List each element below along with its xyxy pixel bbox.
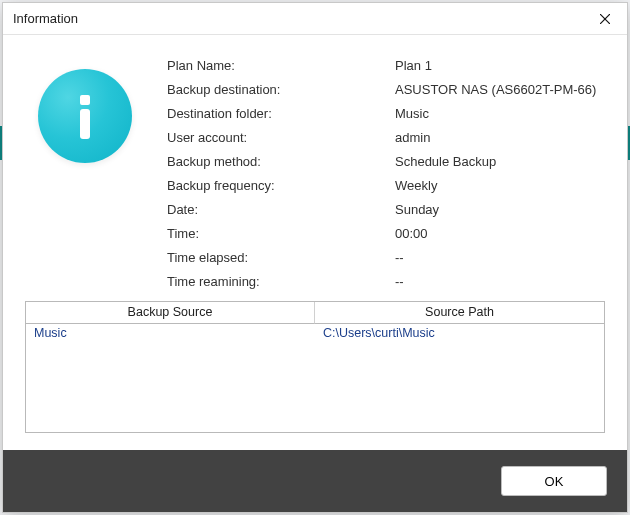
label-time: Time: (167, 225, 387, 243)
dialog-footer: OK (3, 450, 627, 512)
label-user-account: User account: (167, 129, 387, 147)
close-button[interactable] (582, 3, 627, 34)
fields-grid: Plan Name: Plan 1 Backup destination: AS… (167, 53, 605, 291)
label-backup-frequency: Backup frequency: (167, 177, 387, 195)
label-destination-folder: Destination folder: (167, 105, 387, 123)
table-header: Backup Source Source Path (26, 302, 604, 324)
icon-column (25, 53, 145, 163)
value-backup-destination: ASUSTOR NAS (AS6602T-PM-66) (395, 81, 605, 99)
cell-backup-source: Music (26, 324, 315, 344)
label-time-remaining: Time reamining: (167, 273, 387, 291)
cell-source-path: C:\Users\curti\Music (315, 324, 604, 344)
value-backup-frequency: Weekly (395, 177, 605, 195)
value-destination-folder: Music (395, 105, 605, 123)
info-icon-bar (80, 109, 90, 139)
info-icon (38, 69, 132, 163)
label-time-elapsed: Time elapsed: (167, 249, 387, 267)
value-user-account: admin (395, 129, 605, 147)
label-backup-method: Backup method: (167, 153, 387, 171)
value-backup-method: Schedule Backup (395, 153, 605, 171)
col-source-path[interactable]: Source Path (315, 302, 604, 324)
information-dialog: Information Plan Name: Plan 1 Backup des… (2, 2, 628, 513)
value-date: Sunday (395, 201, 605, 219)
table-row[interactable]: Music C:\Users\curti\Music (26, 324, 604, 344)
label-date: Date: (167, 201, 387, 219)
value-plan-name: Plan 1 (395, 57, 605, 75)
value-time-remaining: -- (395, 273, 605, 291)
close-icon (600, 14, 610, 24)
value-time: 00:00 (395, 225, 605, 243)
info-top-row: Plan Name: Plan 1 Backup destination: AS… (25, 53, 605, 291)
titlebar: Information (3, 3, 627, 35)
ok-button[interactable]: OK (501, 466, 607, 496)
info-icon-dot (80, 95, 90, 105)
window-title: Information (13, 11, 78, 26)
label-backup-destination: Backup destination: (167, 81, 387, 99)
value-time-elapsed: -- (395, 249, 605, 267)
content-area: Plan Name: Plan 1 Backup destination: AS… (3, 35, 627, 450)
col-backup-source[interactable]: Backup Source (26, 302, 315, 324)
source-table: Backup Source Source Path Music C:\Users… (25, 301, 605, 433)
label-plan-name: Plan Name: (167, 57, 387, 75)
table-body[interactable]: Music C:\Users\curti\Music (26, 324, 604, 432)
